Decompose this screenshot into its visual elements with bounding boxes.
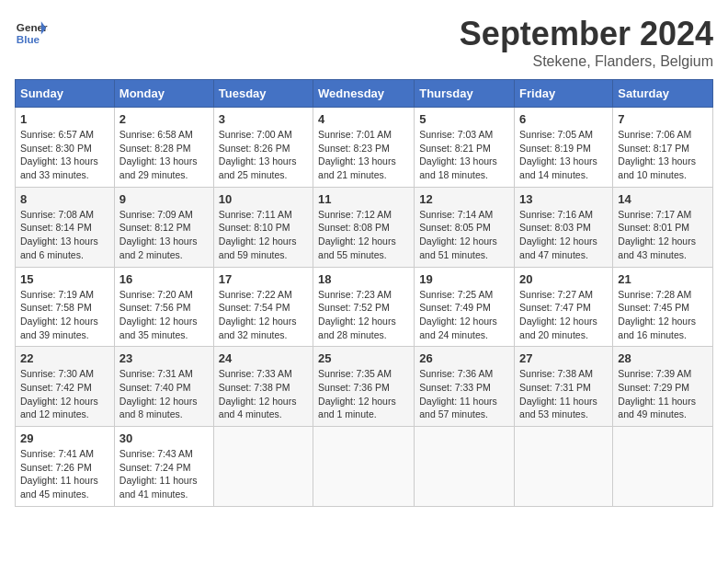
page-header: General Blue September 2024 Stekene, Fla… bbox=[15, 15, 713, 70]
calendar-cell: 7Sunrise: 7:06 AM Sunset: 8:17 PM Daylig… bbox=[613, 108, 713, 188]
calendar-cell: 20Sunrise: 7:27 AM Sunset: 7:47 PM Dayli… bbox=[515, 267, 613, 347]
day-number: 8 bbox=[20, 192, 109, 206]
day-number: 5 bbox=[419, 112, 509, 126]
day-number: 12 bbox=[419, 192, 509, 206]
logo-icon: General Blue bbox=[15, 15, 48, 48]
weekday-header-tuesday: Tuesday bbox=[213, 80, 313, 108]
day-info: Sunrise: 7:17 AM Sunset: 8:01 PM Dayligh… bbox=[618, 208, 708, 262]
day-number: 18 bbox=[318, 272, 409, 286]
day-info: Sunrise: 7:11 AM Sunset: 8:10 PM Dayligh… bbox=[219, 208, 308, 262]
day-info: Sunrise: 7:35 AM Sunset: 7:36 PM Dayligh… bbox=[318, 367, 409, 421]
day-number: 29 bbox=[20, 431, 109, 445]
calendar-cell: 28Sunrise: 7:39 AM Sunset: 7:29 PM Dayli… bbox=[613, 347, 713, 427]
day-number: 6 bbox=[519, 112, 608, 126]
day-info: Sunrise: 7:12 AM Sunset: 8:08 PM Dayligh… bbox=[318, 208, 409, 262]
day-info: Sunrise: 7:23 AM Sunset: 7:52 PM Dayligh… bbox=[318, 288, 409, 342]
calendar-cell: 19Sunrise: 7:25 AM Sunset: 7:49 PM Dayli… bbox=[415, 267, 515, 347]
logo: General Blue bbox=[15, 15, 48, 48]
day-info: Sunrise: 7:19 AM Sunset: 7:58 PM Dayligh… bbox=[20, 288, 109, 342]
day-number: 30 bbox=[119, 431, 209, 445]
day-info: Sunrise: 7:30 AM Sunset: 7:42 PM Dayligh… bbox=[20, 367, 109, 421]
day-info: Sunrise: 7:43 AM Sunset: 7:24 PM Dayligh… bbox=[119, 447, 209, 501]
calendar-cell: 14Sunrise: 7:17 AM Sunset: 8:01 PM Dayli… bbox=[613, 187, 713, 267]
calendar-cell: 3Sunrise: 7:00 AM Sunset: 8:26 PM Daylig… bbox=[213, 108, 313, 188]
calendar-header: SundayMondayTuesdayWednesdayThursdayFrid… bbox=[16, 80, 713, 108]
day-number: 9 bbox=[119, 192, 209, 206]
calendar-cell: 18Sunrise: 7:23 AM Sunset: 7:52 PM Dayli… bbox=[313, 267, 415, 347]
day-info: Sunrise: 7:25 AM Sunset: 7:49 PM Dayligh… bbox=[419, 288, 509, 342]
calendar-body: 1Sunrise: 6:57 AM Sunset: 8:30 PM Daylig… bbox=[16, 108, 713, 507]
calendar-cell: 27Sunrise: 7:38 AM Sunset: 7:31 PM Dayli… bbox=[515, 347, 613, 427]
calendar-week-2: 8Sunrise: 7:08 AM Sunset: 8:14 PM Daylig… bbox=[16, 187, 713, 267]
calendar-cell: 1Sunrise: 6:57 AM Sunset: 8:30 PM Daylig… bbox=[16, 108, 115, 188]
calendar-cell: 5Sunrise: 7:03 AM Sunset: 8:21 PM Daylig… bbox=[415, 108, 515, 188]
calendar-week-5: 29Sunrise: 7:41 AM Sunset: 7:26 PM Dayli… bbox=[16, 427, 713, 507]
weekday-header-saturday: Saturday bbox=[613, 80, 713, 108]
weekday-header-row: SundayMondayTuesdayWednesdayThursdayFrid… bbox=[16, 80, 713, 108]
calendar-cell: 4Sunrise: 7:01 AM Sunset: 8:23 PM Daylig… bbox=[313, 108, 415, 188]
day-info: Sunrise: 7:08 AM Sunset: 8:14 PM Dayligh… bbox=[20, 208, 109, 262]
day-info: Sunrise: 7:38 AM Sunset: 7:31 PM Dayligh… bbox=[519, 367, 608, 421]
day-number: 22 bbox=[20, 351, 109, 365]
day-number: 19 bbox=[419, 272, 509, 286]
calendar-cell: 16Sunrise: 7:20 AM Sunset: 7:56 PM Dayli… bbox=[114, 267, 213, 347]
day-number: 1 bbox=[20, 112, 109, 126]
calendar-cell: 29Sunrise: 7:41 AM Sunset: 7:26 PM Dayli… bbox=[16, 427, 115, 507]
calendar-week-3: 15Sunrise: 7:19 AM Sunset: 7:58 PM Dayli… bbox=[16, 267, 713, 347]
day-number: 13 bbox=[519, 192, 608, 206]
calendar-cell bbox=[515, 427, 613, 507]
day-info: Sunrise: 7:03 AM Sunset: 8:21 PM Dayligh… bbox=[419, 128, 509, 182]
calendar-cell: 12Sunrise: 7:14 AM Sunset: 8:05 PM Dayli… bbox=[415, 187, 515, 267]
weekday-header-monday: Monday bbox=[114, 80, 213, 108]
calendar-cell: 9Sunrise: 7:09 AM Sunset: 8:12 PM Daylig… bbox=[114, 187, 213, 267]
calendar-cell: 22Sunrise: 7:30 AM Sunset: 7:42 PM Dayli… bbox=[16, 347, 115, 427]
day-number: 28 bbox=[618, 351, 708, 365]
day-number: 15 bbox=[20, 272, 109, 286]
calendar-week-1: 1Sunrise: 6:57 AM Sunset: 8:30 PM Daylig… bbox=[16, 108, 713, 188]
calendar-cell bbox=[313, 427, 415, 507]
day-info: Sunrise: 7:06 AM Sunset: 8:17 PM Dayligh… bbox=[618, 128, 708, 182]
day-info: Sunrise: 7:00 AM Sunset: 8:26 PM Dayligh… bbox=[219, 128, 308, 182]
day-number: 23 bbox=[119, 351, 209, 365]
day-info: Sunrise: 7:09 AM Sunset: 8:12 PM Dayligh… bbox=[119, 208, 209, 262]
day-number: 27 bbox=[519, 351, 608, 365]
calendar-cell bbox=[415, 427, 515, 507]
day-info: Sunrise: 7:01 AM Sunset: 8:23 PM Dayligh… bbox=[318, 128, 409, 182]
day-info: Sunrise: 7:14 AM Sunset: 8:05 PM Dayligh… bbox=[419, 208, 509, 262]
day-number: 25 bbox=[318, 351, 409, 365]
day-info: Sunrise: 7:33 AM Sunset: 7:38 PM Dayligh… bbox=[219, 367, 308, 421]
day-number: 20 bbox=[519, 272, 608, 286]
calendar-week-4: 22Sunrise: 7:30 AM Sunset: 7:42 PM Dayli… bbox=[16, 347, 713, 427]
calendar-cell: 13Sunrise: 7:16 AM Sunset: 8:03 PM Dayli… bbox=[515, 187, 613, 267]
day-info: Sunrise: 7:41 AM Sunset: 7:26 PM Dayligh… bbox=[20, 447, 109, 501]
day-info: Sunrise: 6:57 AM Sunset: 8:30 PM Dayligh… bbox=[20, 128, 109, 182]
day-number: 16 bbox=[119, 272, 209, 286]
day-number: 17 bbox=[219, 272, 308, 286]
calendar-cell: 25Sunrise: 7:35 AM Sunset: 7:36 PM Dayli… bbox=[313, 347, 415, 427]
day-info: Sunrise: 7:20 AM Sunset: 7:56 PM Dayligh… bbox=[119, 288, 209, 342]
day-number: 24 bbox=[219, 351, 308, 365]
calendar-cell: 6Sunrise: 7:05 AM Sunset: 8:19 PM Daylig… bbox=[515, 108, 613, 188]
day-info: Sunrise: 7:05 AM Sunset: 8:19 PM Dayligh… bbox=[519, 128, 608, 182]
day-info: Sunrise: 7:36 AM Sunset: 7:33 PM Dayligh… bbox=[419, 367, 509, 421]
day-number: 14 bbox=[618, 192, 708, 206]
calendar-cell bbox=[613, 427, 713, 507]
day-info: Sunrise: 7:22 AM Sunset: 7:54 PM Dayligh… bbox=[219, 288, 308, 342]
calendar-cell: 17Sunrise: 7:22 AM Sunset: 7:54 PM Dayli… bbox=[213, 267, 313, 347]
calendar-cell: 11Sunrise: 7:12 AM Sunset: 8:08 PM Dayli… bbox=[313, 187, 415, 267]
day-info: Sunrise: 7:16 AM Sunset: 8:03 PM Dayligh… bbox=[519, 208, 608, 262]
day-info: Sunrise: 7:39 AM Sunset: 7:29 PM Dayligh… bbox=[618, 367, 708, 421]
day-number: 21 bbox=[618, 272, 708, 286]
day-number: 10 bbox=[219, 192, 308, 206]
calendar-cell: 30Sunrise: 7:43 AM Sunset: 7:24 PM Dayli… bbox=[114, 427, 213, 507]
calendar-cell: 2Sunrise: 6:58 AM Sunset: 8:28 PM Daylig… bbox=[114, 108, 213, 188]
day-info: Sunrise: 7:31 AM Sunset: 7:40 PM Dayligh… bbox=[119, 367, 209, 421]
calendar-cell: 26Sunrise: 7:36 AM Sunset: 7:33 PM Dayli… bbox=[415, 347, 515, 427]
calendar-table: SundayMondayTuesdayWednesdayThursdayFrid… bbox=[15, 79, 713, 507]
svg-text:Blue: Blue bbox=[17, 33, 40, 45]
calendar-cell: 21Sunrise: 7:28 AM Sunset: 7:45 PM Dayli… bbox=[613, 267, 713, 347]
location-subtitle: Stekene, Flanders, Belgium bbox=[460, 53, 713, 70]
weekday-header-thursday: Thursday bbox=[415, 80, 515, 108]
calendar-cell bbox=[213, 427, 313, 507]
day-number: 2 bbox=[119, 112, 209, 126]
